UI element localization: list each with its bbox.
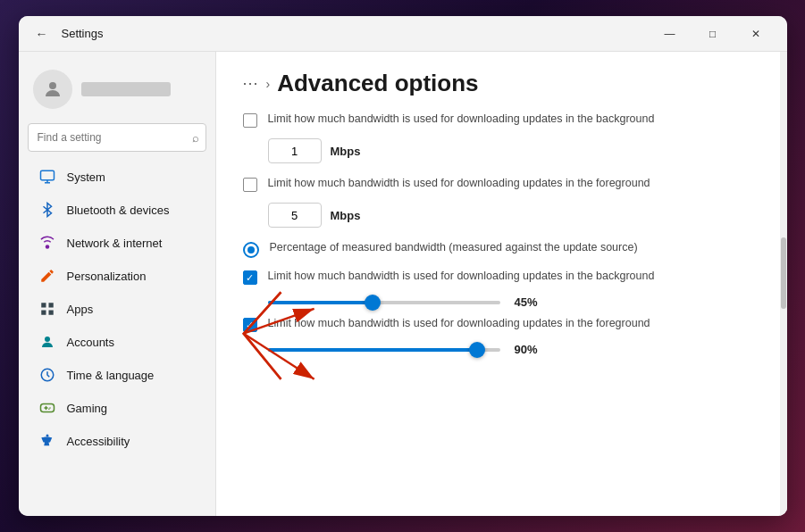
option4-value: 90%: [515, 343, 550, 356]
apps-icon: [38, 300, 56, 318]
page-header: ··· › Advanced options: [216, 52, 787, 112]
user-section: [19, 59, 215, 123]
svg-point-10: [46, 435, 48, 437]
settings-window: ← Settings — □ ✕ ⌕: [19, 16, 787, 516]
scrollbar-track: [780, 52, 787, 516]
svg-point-0: [49, 82, 56, 89]
avatar: [33, 70, 72, 109]
svg-rect-6: [48, 311, 53, 315]
sidebar-item-network[interactable]: Network & internet: [24, 227, 210, 259]
window-controls: — □ ✕: [650, 20, 776, 48]
breadcrumb-arrow: ›: [266, 77, 271, 91]
option3-slider[interactable]: [268, 301, 500, 304]
username-bar: [81, 82, 171, 96]
breadcrumb-dots[interactable]: ···: [243, 74, 259, 93]
svg-point-2: [45, 245, 49, 249]
sidebar-item-accessibility[interactable]: Accessibility: [24, 425, 210, 457]
option2-input[interactable]: [268, 203, 322, 228]
network-icon: [38, 234, 56, 252]
option2-mbps-row: Mbps: [268, 203, 760, 228]
accessibility-label: Accessibility: [67, 435, 130, 448]
personalization-icon: [38, 267, 56, 285]
radio-label: Percentage of measured bandwidth (measur…: [270, 240, 638, 256]
option3-slider-row: 45%: [268, 295, 760, 309]
option4-label: Limit how much bandwidth is used for dow…: [268, 316, 650, 332]
sidebar-item-system[interactable]: System: [24, 161, 210, 193]
svg-rect-1: [40, 170, 54, 180]
close-button[interactable]: ✕: [735, 20, 776, 48]
option1-checkbox[interactable]: [243, 113, 257, 128]
option1-row: Limit how much bandwidth is used for dow…: [243, 112, 760, 128]
titlebar: ← Settings — □ ✕: [19, 16, 787, 52]
option2-row: Limit how much bandwidth is used for dow…: [243, 176, 760, 192]
option1-mbps-row: Mbps: [268, 138, 760, 163]
apps-label: Apps: [67, 303, 94, 316]
time-icon: [38, 366, 56, 384]
time-label: Time & language: [67, 369, 155, 382]
main-content: ··· › Advanced options Limit how much ba…: [215, 52, 787, 516]
personalization-label: Personalization: [67, 270, 147, 283]
back-button[interactable]: ←: [29, 21, 55, 46]
accessibility-icon: [38, 432, 56, 450]
search-icon: ⌕: [192, 131, 199, 145]
svg-point-7: [45, 337, 50, 342]
search-box: ⌕: [28, 123, 206, 152]
sidebar-item-apps[interactable]: Apps: [24, 293, 210, 325]
option3-label: Limit how much bandwidth is used for dow…: [268, 269, 655, 285]
bluetooth-icon: [38, 201, 56, 219]
gaming-label: Gaming: [67, 402, 108, 415]
svg-rect-4: [48, 303, 53, 307]
svg-rect-5: [41, 311, 46, 315]
bluetooth-label: Bluetooth & devices: [67, 204, 170, 217]
gaming-icon: [38, 399, 56, 417]
page-title: Advanced options: [277, 70, 478, 97]
system-icon: [38, 168, 56, 186]
sidebar: ⌕ System Bluetooth & devices Network & i…: [19, 52, 215, 516]
sidebar-item-time[interactable]: Time & language: [24, 359, 210, 391]
radio-option-row: Percentage of measured bandwidth (measur…: [243, 240, 760, 258]
accounts-icon: [38, 333, 56, 351]
option2-label: Limit how much bandwidth is used for dow…: [268, 176, 650, 192]
search-input[interactable]: [28, 123, 206, 152]
option1-input[interactable]: [268, 138, 322, 163]
sidebar-item-gaming[interactable]: Gaming: [24, 392, 210, 424]
option3-checkbox[interactable]: ✓: [243, 270, 257, 285]
sidebar-item-accounts[interactable]: Accounts: [24, 326, 210, 358]
option4-slider-row: 90%: [268, 343, 760, 356]
window-title: Settings: [62, 27, 650, 40]
accounts-label: Accounts: [67, 336, 114, 349]
sidebar-item-bluetooth[interactable]: Bluetooth & devices: [24, 194, 210, 226]
system-label: System: [67, 170, 105, 184]
option4-slider[interactable]: [268, 348, 500, 352]
radio-option[interactable]: [243, 242, 259, 258]
option3-row: ✓ Limit how much bandwidth is used for d…: [243, 269, 760, 285]
option4-row: ✓ Limit how much bandwidth is used for d…: [243, 316, 760, 332]
back-icon: ←: [36, 27, 48, 41]
content-area: ⌕ System Bluetooth & devices Network & i…: [19, 52, 787, 516]
options-area: Limit how much bandwidth is used for dow…: [216, 112, 787, 379]
svg-rect-3: [41, 303, 46, 307]
network-label: Network & internet: [67, 237, 163, 250]
option1-label: Limit how much bandwidth is used for dow…: [268, 112, 655, 128]
option3-value: 45%: [515, 295, 550, 309]
option1-unit: Mbps: [331, 145, 361, 158]
option2-checkbox[interactable]: [243, 178, 257, 192]
scrollbar-thumb[interactable]: [781, 237, 786, 309]
sidebar-item-personalization[interactable]: Personalization: [24, 260, 210, 292]
maximize-button[interactable]: □: [692, 20, 734, 48]
option2-unit: Mbps: [331, 209, 361, 222]
minimize-button[interactable]: —: [650, 20, 691, 48]
option4-checkbox[interactable]: ✓: [243, 318, 257, 332]
